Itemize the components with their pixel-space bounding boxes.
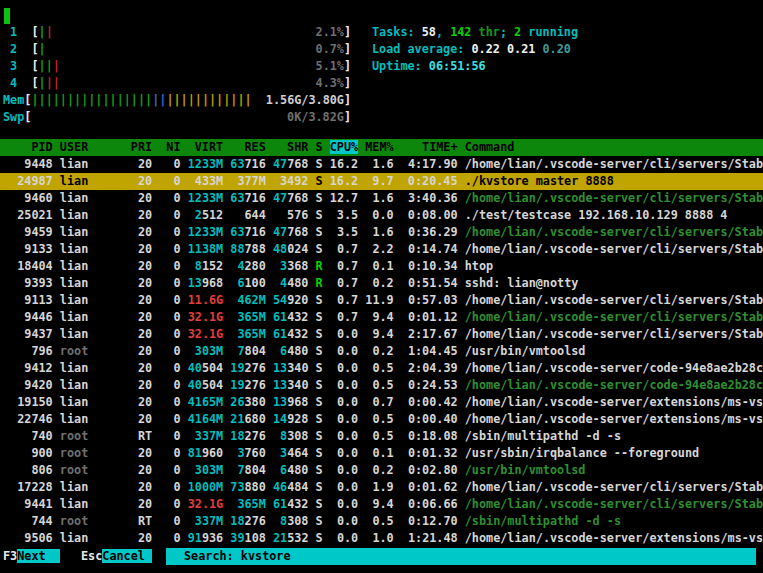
memory-meter: Mem[||||||||||||||||||||||||||||||| 1.56… bbox=[0, 92, 763, 109]
process-row[interactable]: 9133 lian 20 0 1138M 88788 48024 S 0.7 2… bbox=[0, 241, 763, 258]
process-row[interactable]: 900 root 20 0 81960 3760 3464 S 0.0 0.1 … bbox=[0, 445, 763, 462]
process-row[interactable]: 24987 lian 20 0 433M 377M 3492 S 16.2 9.… bbox=[0, 173, 763, 190]
process-row[interactable]: 9420 lian 20 0 40504 19276 13340 S 0.0 0… bbox=[0, 377, 763, 394]
cursor-block bbox=[4, 8, 10, 24]
load-average: Load average: 0.22 0.21 0.20 bbox=[372, 41, 763, 58]
process-row[interactable]: 9459 lian 20 0 1233M 63716 47768 S 3.5 1… bbox=[0, 224, 763, 241]
function-bar: F3Next bbox=[3, 548, 60, 565]
esc-group: EscCancel bbox=[81, 548, 152, 565]
esc-key-label: Esc bbox=[81, 549, 102, 563]
process-row[interactable]: 9412 lian 20 0 40504 19276 13340 S 0.0 0… bbox=[0, 360, 763, 377]
process-row[interactable]: 9446 lian 20 0 32.1G 365M 61432 S 0.7 9.… bbox=[0, 309, 763, 326]
process-row[interactable]: 19150 lian 20 0 4165M 26380 13968 S 0.0 … bbox=[0, 394, 763, 411]
search-input[interactable]: Search: kvstore bbox=[166, 548, 756, 565]
process-row[interactable]: 9437 lian 20 0 32.1G 365M 61432 S 0.0 9.… bbox=[0, 326, 763, 343]
cpu-meter-4: 4 [||| 4.3%] bbox=[0, 75, 763, 92]
swap-meter: Swp[ 0K/3.82G] bbox=[0, 109, 763, 126]
process-table-header[interactable]: PID USER PRI NI VIRT RES SHR S CPU% MEM%… bbox=[0, 139, 763, 156]
search-value: kvstore bbox=[241, 549, 291, 563]
process-row[interactable]: 22746 lian 20 0 4164M 21680 14928 S 0.0 … bbox=[0, 411, 763, 428]
f3-key-label: F3 bbox=[3, 549, 17, 563]
process-row[interactable]: 740 root RT 0 337M 18276 8308 S 0.0 0.5 … bbox=[0, 428, 763, 445]
process-row[interactable]: 18404 lian 20 0 8152 4280 3368 R 0.7 0.1… bbox=[0, 258, 763, 275]
process-row[interactable]: 9393 lian 20 0 13968 6100 4480 R 0.7 0.2… bbox=[0, 275, 763, 292]
process-row[interactable]: 9113 lian 20 0 11.6G 462M 54920 S 0.7 11… bbox=[0, 292, 763, 309]
esc-cancel-button[interactable]: Cancel bbox=[102, 549, 152, 563]
uptime: Uptime: 06:51:56 bbox=[372, 58, 763, 75]
process-row[interactable]: 9460 lian 20 0 1233M 63716 47768 S 12.7 … bbox=[0, 190, 763, 207]
sort-column-cpu[interactable]: CPU% bbox=[330, 140, 358, 154]
process-row[interactable]: 9506 lian 20 0 91936 39108 21532 S 0.0 1… bbox=[0, 530, 763, 547]
process-row[interactable]: 796 root 20 0 303M 7804 6480 S 0.0 0.2 1… bbox=[0, 343, 763, 360]
process-row[interactable]: 9441 lian 20 0 32.1G 365M 61432 S 0.0 9.… bbox=[0, 496, 763, 513]
tasks-summary: Tasks: 58, 142 thr; 2 running bbox=[372, 24, 763, 41]
process-row[interactable]: 806 root 20 0 303M 7804 6480 S 0.0 0.2 0… bbox=[0, 462, 763, 479]
f3-next-button[interactable]: Next bbox=[17, 549, 60, 563]
process-row[interactable]: 17228 lian 20 0 1000M 73880 46484 S 0.0 … bbox=[0, 479, 763, 496]
process-row[interactable]: 744 root RT 0 337M 18276 8308 S 0.0 0.5 … bbox=[0, 513, 763, 530]
search-label: Search: bbox=[184, 549, 241, 563]
htop-terminal: 1 [|| 2.1%] 2 [| 0.7%] 3 [||| 5.1%] 4 [|… bbox=[0, 0, 763, 573]
process-row[interactable]: 25021 lian 20 0 2512 644 576 S 3.5 0.0 0… bbox=[0, 207, 763, 224]
process-row[interactable]: 9448 lian 20 0 1233M 63716 47768 S 16.2 … bbox=[0, 156, 763, 173]
